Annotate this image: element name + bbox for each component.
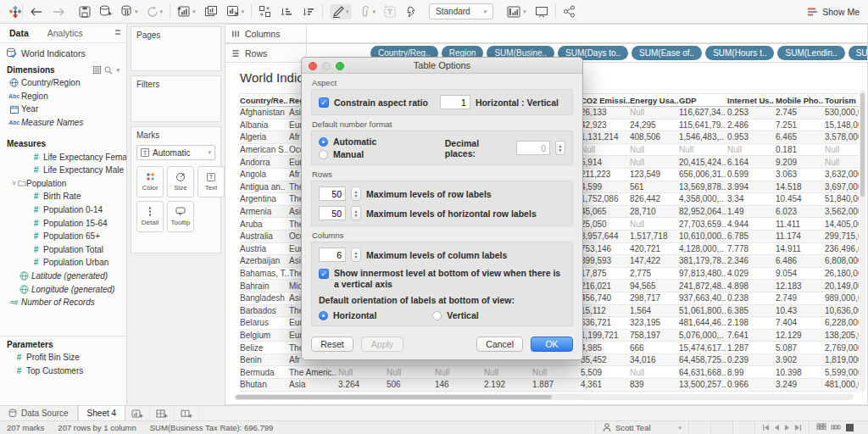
- table-cell[interactable]: 13,569,878..: [679, 182, 727, 192]
- table-cell[interactable]: 3,562,000: [825, 207, 859, 216]
- table-cell[interactable]: 15,112: [581, 306, 630, 315]
- field-item[interactable]: AbcMeasure Names: [0, 116, 126, 130]
- table-cell[interactable]: 35,452: [581, 355, 630, 364]
- table-cell[interactable]: 1,564: [630, 306, 679, 315]
- table-cell[interactable]: 6,228,000: [825, 318, 859, 327]
- table-cell[interactable]: 1.287: [727, 343, 776, 353]
- size-button[interactable]: Size: [167, 166, 194, 198]
- table-cell[interactable]: Null: [630, 368, 679, 377]
- show-innermost-checkbox[interactable]: ✓: [319, 269, 329, 279]
- table-cell[interactable]: 5.087: [776, 343, 825, 353]
- table-cell[interactable]: 241,872,48..: [679, 281, 727, 291]
- table-cell[interactable]: 11.411: [776, 220, 825, 229]
- table-cell[interactable]: 758,197: [630, 331, 679, 340]
- table-cell[interactable]: 420,721: [630, 244, 679, 253]
- show-tabs-icon[interactable]: [816, 423, 826, 432]
- group-members-button[interactable]: ▾: [360, 6, 376, 18]
- table-cell[interactable]: 45,065: [581, 207, 630, 216]
- decimal-places-input[interactable]: [516, 141, 550, 155]
- new-worksheet-button[interactable]: ▾: [177, 5, 196, 18]
- table-cell[interactable]: Albania: [240, 120, 289, 130]
- table-cell[interactable]: Afghanistan: [240, 108, 289, 117]
- table-cell[interactable]: Armenia: [240, 207, 289, 216]
- field-item[interactable]: Longitude (generated): [0, 282, 126, 296]
- table-cell[interactable]: 8.99: [727, 368, 776, 377]
- text-button[interactable]: T Text: [198, 166, 225, 198]
- field-item[interactable]: ∨Population: [0, 177, 126, 191]
- field-item[interactable]: #Population 65+: [0, 230, 126, 243]
- table-cell[interactable]: Bhutan: [240, 380, 289, 389]
- table-cell[interactable]: 6.023: [776, 207, 825, 216]
- table-cell[interactable]: 299,715,0: [825, 231, 859, 241]
- max-column-labels-stepper[interactable]: ▴▾: [351, 248, 361, 262]
- show-me-button[interactable]: Show Me: [807, 7, 860, 17]
- table-cell[interactable]: 1,199,721: [581, 331, 630, 340]
- table-cell[interactable]: 1,131,214: [581, 132, 630, 142]
- sheet-4-tab[interactable]: Sheet 4: [78, 406, 125, 420]
- table-cell[interactable]: 64,631,668..: [679, 368, 727, 377]
- table-cell[interactable]: 116,627,34..: [679, 108, 727, 117]
- data-source-tab[interactable]: Data Source: [0, 406, 78, 420]
- table-cell[interactable]: 20,149,00: [825, 281, 859, 291]
- field-item[interactable]: #Population Total: [0, 243, 126, 257]
- detail-button[interactable]: Detail: [136, 201, 164, 232]
- horizontal-scrollbar[interactable]: [234, 394, 854, 400]
- redo-button[interactable]: [52, 7, 65, 17]
- table-cell[interactable]: 6.486: [776, 256, 825, 265]
- sort-descending-button[interactable]: [302, 6, 315, 18]
- field-item[interactable]: #Top Customers: [0, 364, 126, 378]
- table-header-cell[interactable]: Mobile Pho..: [776, 96, 825, 105]
- max-horizontal-row-labels-stepper[interactable]: ▴▾: [351, 206, 361, 220]
- duplicate-sheet-button[interactable]: [204, 5, 218, 18]
- new-dashboard-tab-button[interactable]: [150, 406, 175, 420]
- table-cell[interactable]: 10.43: [776, 306, 825, 315]
- sort-ascending-button[interactable]: [280, 6, 293, 18]
- dropdown-caret-icon[interactable]: ▾: [346, 8, 349, 15]
- aspect-ratio-input[interactable]: [440, 95, 470, 109]
- table-cell[interactable]: 6.385: [727, 306, 776, 315]
- table-cell[interactable]: 1,546,483,..: [679, 132, 727, 142]
- table-cell[interactable]: 2.745: [776, 108, 825, 117]
- table-cell[interactable]: 1,752,086: [581, 194, 630, 203]
- add-datasource-button[interactable]: [99, 5, 112, 18]
- rows-shelf-pill[interactable]: SUM(Ease of..: [632, 46, 702, 60]
- tab-analytics[interactable]: Analytics: [38, 24, 92, 42]
- table-cell[interactable]: 937,663,40..: [679, 293, 727, 303]
- table-cell[interactable]: 4.029: [727, 269, 776, 278]
- table-cell[interactable]: 25,050: [581, 220, 630, 229]
- field-item[interactable]: Country/Region: [0, 76, 126, 90]
- table-cell[interactable]: 13,500,257..: [679, 380, 727, 389]
- table-cell[interactable]: Null: [484, 368, 532, 377]
- table-cell[interactable]: 0.239: [727, 355, 776, 364]
- table-cell[interactable]: 123,549: [630, 170, 679, 179]
- table-cell[interactable]: 530,000,0: [825, 108, 859, 117]
- table-cell[interactable]: Belgium: [240, 331, 289, 340]
- table-cell[interactable]: 753,146: [581, 244, 630, 253]
- new-story-tab-button[interactable]: [175, 406, 199, 420]
- table-cell[interactable]: Null: [581, 145, 630, 154]
- field-item[interactable]: Latitude (generated): [0, 270, 126, 283]
- table-cell[interactable]: 11.174: [776, 231, 825, 241]
- table-cell[interactable]: 146: [435, 380, 484, 389]
- cancel-button[interactable]: Cancel: [476, 337, 523, 352]
- rows-shelf-pill[interactable]: SUM(Lendin..: [777, 46, 844, 60]
- table-cell[interactable]: 236,496,0: [825, 244, 859, 253]
- table-cell[interactable]: 456,740: [581, 293, 630, 303]
- show-filmstrip-icon[interactable]: [831, 423, 841, 432]
- field-item[interactable]: #Population 0-14: [0, 203, 126, 217]
- table-cell[interactable]: 2.192: [484, 380, 532, 389]
- table-cell[interactable]: 7.251: [776, 120, 825, 130]
- table-cell[interactable]: Null: [532, 368, 581, 377]
- table-cell[interactable]: Null: [630, 145, 679, 154]
- dialog-titlebar[interactable]: Table Options: [302, 58, 582, 74]
- manual-radio[interactable]: [319, 150, 328, 159]
- table-cell[interactable]: The Americ..: [289, 368, 338, 377]
- minimize-window-icon[interactable]: [322, 62, 331, 70]
- close-window-icon[interactable]: [309, 62, 317, 70]
- table-cell[interactable]: 323,195: [630, 318, 679, 327]
- table-cell[interactable]: Bahamas, T..: [240, 269, 289, 278]
- filters-card[interactable]: Filters: [131, 75, 221, 122]
- table-header-cell[interactable]: Tourism I..: [825, 96, 859, 105]
- table-cell[interactable]: 15,474,617..: [679, 343, 727, 353]
- table-cell[interactable]: 0.966: [727, 380, 776, 389]
